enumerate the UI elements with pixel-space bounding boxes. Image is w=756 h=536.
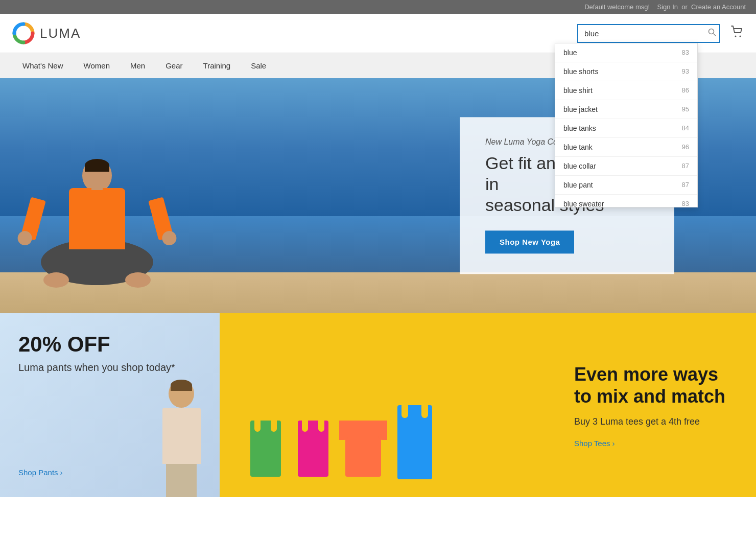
- tee-display: [245, 405, 436, 497]
- header: LUMA blue83blue shorts93blue shirt86blue…: [0, 14, 756, 53]
- svg-point-3: [735, 36, 737, 37]
- tee-pink: [293, 421, 334, 497]
- signin-link[interactable]: Sign In: [657, 3, 678, 11]
- logo-text: LUMA: [40, 26, 81, 41]
- panel-left-text: 20% OFF Luma pants when you shop today*: [18, 334, 201, 375]
- tee-blue: [393, 405, 436, 497]
- yoga-torso: [69, 188, 125, 249]
- bottom-panels: 20% OFF Luma pants when you shop today* …: [0, 313, 756, 497]
- cart-icon[interactable]: [730, 25, 744, 41]
- yoga-neck: [91, 183, 103, 190]
- search-suggestion-item[interactable]: blue tank96: [555, 138, 697, 157]
- search-suggestion-item[interactable]: blue pant87: [555, 176, 697, 195]
- search-suggestion-item[interactable]: blue jacket95: [555, 100, 697, 119]
- panel-left: 20% OFF Luma pants when you shop today* …: [0, 313, 220, 497]
- person-body: [162, 408, 201, 464]
- yoga-hair: [85, 159, 109, 172]
- suggestion-label: blue: [563, 49, 577, 57]
- person-head: [169, 380, 194, 408]
- panel-left-person: [148, 380, 215, 497]
- create-account-link[interactable]: Create an Account: [691, 3, 746, 11]
- shop-pants-label: Shop Pants: [18, 468, 58, 477]
- tee-green-strap-left: [254, 421, 261, 432]
- tee-orange: [340, 421, 386, 497]
- nav-item-what-s-new[interactable]: What's New: [12, 53, 74, 78]
- shop-tees-arrow: ›: [612, 438, 615, 447]
- svg-point-4: [740, 36, 741, 37]
- shop-tees-link[interactable]: Shop Tees ›: [574, 438, 725, 447]
- suggestion-label: blue pant: [563, 181, 593, 189]
- tee-pink-strap-left: [302, 421, 308, 432]
- suggestion-count: 83: [682, 49, 689, 56]
- yoga-foot-left: [43, 272, 69, 288]
- tee-pink-strap-right: [318, 421, 324, 432]
- nav-item-women[interactable]: Women: [74, 53, 120, 78]
- mix-match-line2: to mix and match: [574, 386, 725, 407]
- yoga-foot-right: [125, 272, 151, 288]
- tee-orange-sleeve-left: [339, 421, 348, 440]
- suggestion-count: 93: [682, 67, 689, 75]
- yoga-person: [41, 159, 153, 285]
- suggestion-label: blue tank: [563, 143, 593, 151]
- search-wrapper: blue83blue shorts93blue shirt86blue jack…: [577, 24, 720, 43]
- panel-right: Even more ways to mix and match Buy 3 Lu…: [220, 313, 756, 497]
- suggestion-count: 87: [682, 181, 689, 189]
- suggestion-count: 83: [682, 200, 689, 207]
- suggestion-label: blue tanks: [563, 124, 596, 132]
- suggestion-count: 86: [682, 86, 689, 94]
- logo-area[interactable]: LUMA: [12, 22, 81, 44]
- or-text: or: [681, 3, 688, 11]
- welcome-message: Default welcome msg!: [584, 3, 650, 11]
- svg-point-1: [709, 29, 714, 34]
- person-hair: [171, 380, 192, 391]
- cart-svg-icon: [730, 25, 744, 38]
- shop-tees-label: Shop Tees: [574, 438, 610, 447]
- tee-green-strap-right: [271, 421, 277, 432]
- svg-line-2: [714, 34, 716, 36]
- search-suggestion-item[interactable]: blue sweater83: [555, 195, 697, 207]
- suggestion-label: blue collar: [563, 162, 596, 170]
- search-suggestion-item[interactable]: blue shorts93: [555, 62, 697, 81]
- tee-blue-strap-left: [401, 405, 408, 418]
- suggestion-label: blue jacket: [563, 105, 598, 113]
- suggestion-count: 84: [682, 124, 689, 132]
- top-bar: Default welcome msg! Sign In or Create a…: [0, 0, 756, 14]
- search-suggestion-item[interactable]: blue shirt86: [555, 81, 697, 100]
- suggestion-count: 87: [682, 162, 689, 170]
- tee-orange-sleeve-right: [378, 421, 387, 440]
- suggestion-label: blue shirt: [563, 86, 593, 95]
- search-suggestion-item[interactable]: blue83: [555, 43, 697, 62]
- nav-item-training[interactable]: Training: [193, 53, 241, 78]
- tee-green-body: [250, 421, 281, 477]
- search-icon: [708, 28, 716, 36]
- mix-match-line1: Even more ways: [574, 364, 718, 385]
- mix-match-heading: Even more ways to mix and match: [574, 363, 725, 407]
- nav-item-men[interactable]: Men: [120, 53, 155, 78]
- header-right: blue83blue shorts93blue shirt86blue jack…: [577, 24, 744, 43]
- search-input[interactable]: [577, 24, 720, 43]
- shop-pants-arrow: ›: [60, 468, 63, 477]
- nav-item-gear[interactable]: Gear: [155, 53, 193, 78]
- discount-description: Luma pants when you shop today*: [18, 360, 201, 375]
- luma-logo-icon: [12, 22, 35, 44]
- search-suggestion-item[interactable]: blue tanks84: [555, 119, 697, 138]
- panel-right-text: Even more ways to mix and match Buy 3 Lu…: [574, 363, 725, 448]
- mix-match-description: Buy 3 Luma tees get a 4th free: [574, 415, 725, 428]
- person-legs: [166, 464, 197, 497]
- suggestion-count: 95: [682, 105, 689, 113]
- nav-item-sale[interactable]: Sale: [241, 53, 276, 78]
- tee-pink-body: [298, 421, 328, 477]
- discount-heading: 20% OFF: [18, 334, 201, 355]
- tee-blue-strap-right: [421, 405, 428, 418]
- person-figure: [148, 380, 215, 497]
- search-suggestion-item[interactable]: blue collar87: [555, 157, 697, 176]
- search-button[interactable]: [708, 28, 716, 38]
- suggestion-label: blue shorts: [563, 67, 598, 76]
- tee-green: [245, 421, 286, 497]
- shop-new-yoga-button[interactable]: Shop New Yoga: [485, 231, 574, 254]
- search-dropdown-list: blue83blue shorts93blue shirt86blue jack…: [555, 43, 697, 207]
- suggestion-count: 96: [682, 143, 689, 151]
- tee-blue-body: [397, 405, 432, 479]
- suggestion-label: blue sweater: [563, 200, 604, 207]
- search-dropdown: blue83blue shorts93blue shirt86blue jack…: [555, 43, 698, 207]
